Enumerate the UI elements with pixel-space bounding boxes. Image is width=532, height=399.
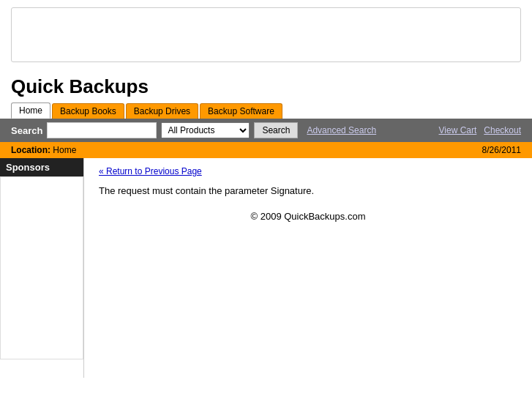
tab-home[interactable]: Home [11, 102, 50, 119]
view-cart-link[interactable]: View Cart [439, 125, 477, 135]
error-message: The request must contain the parameter S… [99, 185, 517, 196]
sidebar-header: Sponsors [0, 158, 83, 176]
site-title: Quick Backups [0, 70, 532, 102]
back-link[interactable]: « Return to Previous Page [99, 166, 202, 176]
search-bar-right: View Cart Checkout [439, 125, 522, 135]
checkout-link[interactable]: Checkout [484, 125, 521, 135]
search-bar: Search All Products Backup Books Backup … [0, 119, 532, 142]
tab-backup-books[interactable]: Backup Books [52, 103, 124, 119]
tab-backup-drives[interactable]: Backup Drives [126, 103, 198, 119]
search-label: Search [11, 125, 42, 136]
sidebar-content [0, 176, 83, 359]
sidebar: Sponsors [0, 158, 84, 378]
search-input[interactable] [47, 122, 157, 138]
page-content: « Return to Previous Page The request mu… [84, 158, 532, 378]
location-bar: Location: Home 8/26/2011 [0, 142, 532, 158]
location-date: 8/26/2011 [482, 145, 521, 155]
top-banner [11, 7, 521, 62]
copyright: © 2009 QuickBackups.com [99, 211, 517, 222]
tab-backup-software[interactable]: Backup Software [200, 103, 282, 119]
location-path: Location: Home [11, 145, 76, 155]
advanced-search-link[interactable]: Advanced Search [307, 125, 376, 135]
location-value: Home [53, 145, 76, 155]
search-button[interactable]: Search [254, 122, 298, 138]
main-content: Sponsors « Return to Previous Page The r… [0, 158, 532, 378]
location-label: Location: [11, 145, 50, 155]
search-dropdown[interactable]: All Products Backup Books Backup Drives … [161, 122, 250, 138]
nav-tabs: Home Backup Books Backup Drives Backup S… [0, 102, 532, 119]
